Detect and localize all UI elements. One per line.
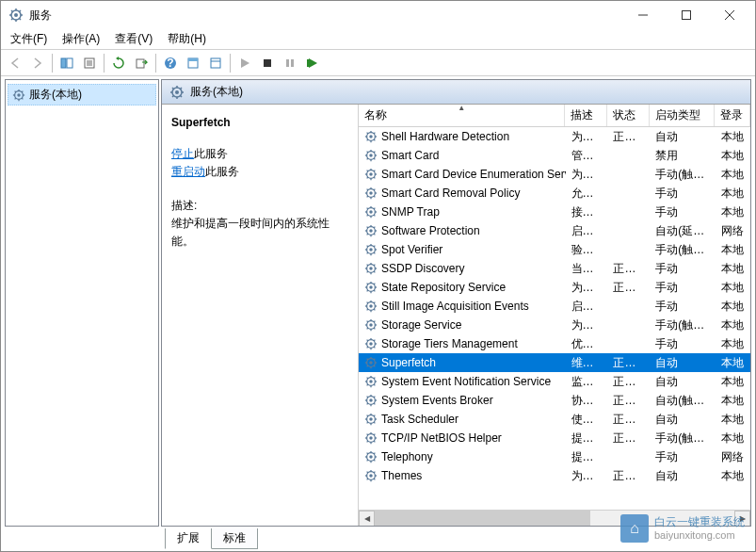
service-row[interactable]: System Event Notification Service监视…正在…自…	[359, 372, 750, 391]
column-startup-type[interactable]: 启动类型	[650, 105, 715, 126]
service-type: 自动	[650, 129, 715, 145]
service-type: 手动(触发…	[650, 242, 715, 258]
service-row[interactable]: Spot Verifier验证…手动(触发…本地	[359, 240, 750, 259]
service-status: 正在…	[607, 374, 650, 390]
svg-rect-24	[188, 58, 198, 61]
service-login: 本地	[716, 468, 750, 484]
scroll-thumb[interactable]	[375, 511, 590, 527]
menu-file[interactable]: 文件(F)	[3, 29, 55, 49]
service-row[interactable]: Themes为用…正在…自动本地	[359, 466, 750, 485]
restart-link[interactable]: 重启动	[171, 165, 205, 178]
service-desc: 启动…	[566, 299, 608, 315]
service-login: 本地	[716, 280, 750, 296]
start-service-button[interactable]	[234, 53, 255, 73]
minimize-button[interactable]	[621, 1, 665, 29]
export-list-button[interactable]	[131, 53, 152, 73]
service-login: 本地	[716, 355, 750, 371]
toolbar: ?	[1, 50, 755, 76]
service-status: 正在…	[607, 129, 650, 145]
column-login[interactable]: 登录	[715, 105, 750, 126]
service-type: 手动	[650, 280, 715, 296]
tab-standard[interactable]: 标准	[211, 528, 258, 549]
service-row[interactable]: Storage Tiers Management优化…手动本地	[359, 334, 750, 353]
service-row[interactable]: Smart Card Removal Policy允许…手动本地	[359, 184, 750, 203]
service-row[interactable]: Telephony提供…手动网络	[359, 447, 750, 466]
service-row[interactable]: TCP/IP NetBIOS Helper提供…正在…手动(触发…本地	[359, 429, 750, 447]
service-row[interactable]: SNMP Trap接收…手动本地	[359, 203, 750, 221]
menu-action[interactable]: 操作(A)	[55, 29, 107, 49]
service-name: Smart Card	[381, 149, 439, 162]
column-name[interactable]: 名称▲	[359, 105, 565, 126]
properties-button[interactable]	[79, 53, 100, 73]
restart-service-button[interactable]	[302, 53, 323, 73]
service-name: Shell Hardware Detection	[381, 130, 509, 143]
service-desc: 提供…	[566, 449, 608, 465]
stop-link[interactable]: 停止	[171, 147, 194, 160]
list-rows[interactable]: Shell Hardware Detection为自…正在…自动本地Smart …	[359, 127, 750, 510]
help-button[interactable]: ?	[160, 53, 181, 73]
service-row[interactable]: Still Image Acquisition Events启动…手动本地	[359, 297, 750, 316]
gear-icon	[364, 469, 378, 482]
service-row[interactable]: Shell Hardware Detection为自…正在…自动本地	[359, 127, 750, 146]
service-desc: 为给…	[566, 167, 608, 183]
menu-view[interactable]: 查看(V)	[107, 29, 160, 49]
gear-icon	[364, 450, 378, 463]
service-desc: 为应…	[566, 280, 608, 296]
stop-service-button[interactable]	[257, 53, 278, 73]
service-name: TCP/IP NetBIOS Helper	[381, 431, 502, 445]
service-status: 正在…	[607, 280, 650, 296]
service-login: 本地	[716, 336, 750, 352]
service-row[interactable]: SSDP Discovery当发…正在…手动本地	[359, 259, 750, 278]
service-name: Smart Card Device Enumeration Servi...	[381, 168, 566, 181]
service-row[interactable]: System Events Broker协调…正在…自动(触发…本地	[359, 391, 750, 410]
service-login: 本地	[716, 167, 750, 183]
gear-icon	[364, 413, 378, 426]
forward-button[interactable]	[27, 53, 48, 73]
titlebar: 服务	[1, 1, 755, 29]
svg-rect-29	[291, 59, 294, 67]
tab-extended[interactable]: 扩展	[165, 528, 212, 549]
column-desc[interactable]: 描述	[565, 105, 607, 126]
gear-icon	[364, 337, 378, 350]
scroll-right-arrow[interactable]: ▶	[734, 511, 750, 527]
close-button[interactable]	[708, 1, 751, 29]
service-row[interactable]: Storage Service为存…手动(触发…本地	[359, 316, 750, 334]
refresh-button[interactable]	[108, 53, 129, 73]
horizontal-scrollbar[interactable]: ◀ ▶	[359, 510, 750, 526]
service-row[interactable]: Task Scheduler使用…正在…自动本地	[359, 410, 750, 429]
service-name: Smart Card Removal Policy	[381, 187, 520, 200]
service-row[interactable]: Superfetch维护…正在…自动本地	[359, 353, 750, 372]
service-name: Spot Verifier	[381, 243, 442, 256]
service-type: 手动(触发…	[650, 167, 715, 183]
toolbar-icon[interactable]	[183, 53, 203, 73]
service-name: System Events Broker	[381, 394, 493, 407]
service-row[interactable]: Software Protection启用 …自动(延迟…网络	[359, 221, 750, 240]
service-login: 本地	[716, 204, 750, 220]
service-status: 正在…	[607, 393, 650, 409]
service-type: 自动	[650, 374, 715, 390]
column-status[interactable]: 状态	[607, 105, 650, 126]
gear-icon	[364, 224, 378, 237]
service-type: 自动	[650, 355, 715, 371]
service-login: 本地	[716, 129, 750, 145]
gear-icon	[364, 375, 378, 388]
scroll-left-arrow[interactable]: ◀	[359, 511, 375, 527]
back-button[interactable]	[5, 53, 25, 73]
tree-item-services-local[interactable]: 服务(本地)	[8, 84, 156, 106]
description-label: 描述:	[171, 197, 346, 215]
gear-icon	[364, 300, 378, 313]
content-area: 服务(本地) 服务(本地) Superfetch 停止此服务 重启动此服务 描述…	[1, 76, 755, 528]
show-hide-tree-button[interactable]	[56, 53, 77, 73]
service-row[interactable]: Smart Card管理…禁用本地	[359, 146, 750, 165]
service-row[interactable]: State Repository Service为应…正在…手动本地	[359, 278, 750, 297]
gear-icon	[364, 187, 378, 200]
menu-help[interactable]: 帮助(H)	[160, 29, 214, 49]
toolbar-icon-2[interactable]	[205, 53, 226, 73]
gear-icon	[364, 281, 378, 294]
sort-asc-icon: ▲	[458, 105, 465, 112]
pause-service-button[interactable]	[280, 53, 300, 73]
service-row[interactable]: Smart Card Device Enumeration Servi...为给…	[359, 165, 750, 184]
service-login: 本地	[716, 186, 750, 202]
maximize-button[interactable]	[665, 1, 708, 29]
service-login: 本地	[716, 261, 750, 277]
